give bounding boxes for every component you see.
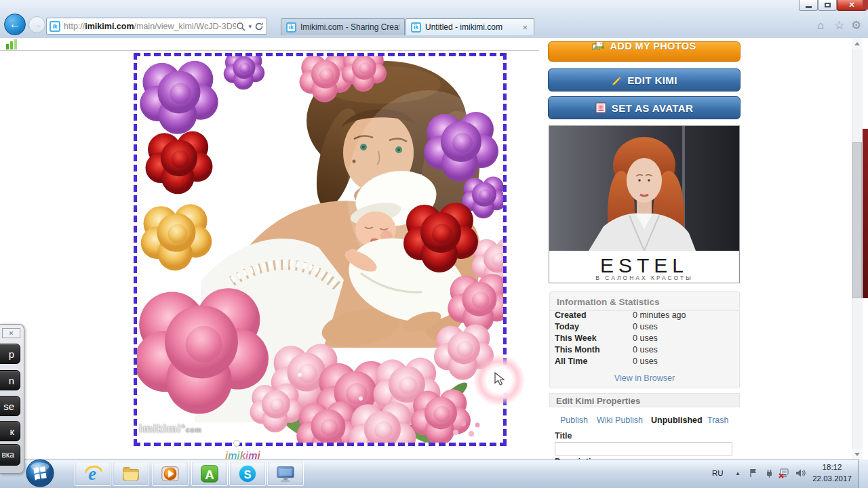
props-tab-publish[interactable]: Publish	[560, 415, 588, 425]
props-tab-unpublished[interactable]: Unpublished	[651, 415, 703, 425]
ad-tagline: В САЛОНАХ КРАСОТЫ	[595, 274, 693, 281]
site-favicon: ik	[50, 21, 60, 32]
back-button[interactable]: ←	[4, 14, 26, 35]
stats-title: Information & Statistics	[550, 292, 739, 311]
speaker-icon[interactable]	[795, 468, 806, 479]
imikimi-watermark: imikimi®com	[139, 423, 202, 435]
url-prefix: http://	[64, 22, 85, 31]
settings-gear-icon[interactable]: ⚙	[851, 20, 861, 31]
show-desktop-button[interactable]	[859, 460, 868, 488]
props-tab-trash[interactable]: Trash	[707, 415, 729, 425]
panel-close-icon: ✕	[9, 330, 14, 337]
taskbar-media-player[interactable]	[152, 461, 189, 486]
taskbar-internet-explorer[interactable]: e	[75, 461, 111, 486]
monitor-icon	[275, 464, 296, 484]
panel-button-2[interactable]: n	[0, 370, 20, 390]
scroll-up-icon	[854, 42, 860, 45]
panel-button-4[interactable]: к	[0, 421, 20, 441]
panel-close-box[interactable]: ✕	[2, 328, 20, 338]
taskbar-windows-explorer[interactable]	[113, 461, 149, 486]
partial-logo: imikimi	[225, 449, 260, 460]
panel-button-label: se	[3, 401, 14, 412]
tab-favicon: ik	[411, 22, 421, 33]
stat-value: 0 uses	[633, 322, 658, 331]
skype-icon: S	[237, 464, 258, 484]
stat-label: This Week	[555, 333, 633, 343]
add-photos-icon	[592, 41, 604, 52]
add-my-photos-button[interactable]: ADD MY PHOTOS	[548, 41, 741, 62]
taskbar-remote-desktop[interactable]	[267, 461, 304, 486]
set-as-avatar-button[interactable]: SET AS AVATAR	[548, 96, 741, 119]
home-icon[interactable]: ⌂	[817, 20, 824, 31]
stat-row: Today0 uses	[555, 322, 731, 331]
add-my-photos-label: ADD MY PHOTOS	[610, 41, 696, 52]
stats-bars-icon	[5, 39, 19, 50]
start-button[interactable]	[24, 458, 56, 488]
tab-imikimi-home[interactable]: ik Imikimi.com - Sharing Creativity	[281, 18, 405, 35]
language-indicator[interactable]: RU	[712, 469, 724, 477]
registered-bubble-icon	[233, 440, 240, 447]
panel-button-1[interactable]: p	[0, 344, 20, 364]
mouse-cursor	[494, 372, 507, 387]
tab-untitled[interactable]: ik Untitled - imikimi.com ×	[406, 18, 534, 35]
set-as-avatar-label: SET AS AVATAR	[612, 102, 693, 114]
taskbar-green-a-app[interactable]: A	[191, 461, 228, 486]
title-field-label: Title	[555, 431, 572, 441]
view-in-browser-link[interactable]: View in Browser	[549, 373, 740, 383]
panel-button-5[interactable]: вка	[0, 444, 20, 466]
chevron-down-icon[interactable]: ▾	[248, 23, 252, 30]
stat-value: 0 uses	[633, 333, 658, 343]
forward-button[interactable]: →	[28, 16, 45, 33]
stat-label: Today	[555, 322, 633, 331]
props-tab-wiki-publish[interactable]: Wiki Publish	[597, 415, 643, 425]
estel-ad[interactable]: ESTEL В САЛОНАХ КРАСОТЫ	[549, 125, 740, 283]
taskbar-clock[interactable]: 18:12 22.03.2017	[811, 462, 853, 485]
maximize-button[interactable]	[818, 0, 837, 11]
title-input[interactable]	[555, 442, 732, 455]
panel-button-label: p	[9, 348, 14, 360]
background-window-strip	[863, 129, 868, 298]
kimi-collage-image	[137, 56, 503, 443]
taskbar-skype[interactable]: S	[229, 461, 266, 486]
folder-icon	[121, 464, 141, 484]
address-bar[interactable]: ik http://imikimi.com/main/view_kimi/WcJ…	[46, 18, 267, 35]
tab-label: Imikimi.com - Sharing Creativity	[300, 22, 399, 32]
back-arrow-icon: ←	[9, 18, 21, 31]
panel-button-label: n	[9, 375, 14, 386]
kimi-canvas[interactable]	[134, 53, 507, 446]
stat-row: This Month0 uses	[555, 345, 731, 354]
scroll-down-icon	[854, 453, 860, 456]
scroll-down-button[interactable]	[852, 449, 863, 460]
internet-explorer-icon: e	[83, 464, 103, 484]
tab-close-icon[interactable]: ×	[521, 23, 529, 32]
action-center-flag-icon[interactable]	[748, 468, 759, 479]
power-plug-icon[interactable]	[764, 468, 774, 479]
minimize-button[interactable]	[799, 0, 818, 11]
panel-button-3[interactable]: se	[0, 396, 20, 416]
scrollbar-thumb[interactable]	[852, 142, 862, 298]
close-icon: ✕	[848, 1, 854, 9]
favorites-star-icon[interactable]: ☆	[834, 20, 844, 31]
search-icon[interactable]	[236, 22, 245, 31]
watermark-com: com	[186, 426, 202, 434]
avatar-photo-icon	[595, 102, 606, 113]
screen: ✕ ← → ik http://imikimi.com/main/view_ki…	[0, 0, 868, 488]
svg-text:S: S	[243, 468, 251, 481]
tab-favicon: ik	[286, 22, 296, 33]
network-icon[interactable]	[778, 468, 789, 479]
page-divider	[0, 50, 539, 51]
media-player-icon	[160, 464, 180, 484]
panel-button-label: к	[9, 426, 14, 437]
tray-expand-icon[interactable]: ▲	[735, 470, 741, 476]
clock-date: 22.03.2017	[811, 473, 853, 485]
pencil-icon	[611, 75, 622, 85]
scroll-up-button[interactable]	[852, 38, 863, 49]
stat-label: All Time	[555, 357, 633, 366]
background-window-sliver	[863, 0, 868, 9]
edit-kimi-button[interactable]: EDIT KIMI	[548, 68, 741, 92]
watermark-text: imikimi	[139, 423, 181, 434]
url-host: imikimi.com	[85, 22, 134, 31]
ad-brand: ESTEL	[600, 254, 688, 277]
refresh-icon[interactable]	[254, 22, 264, 31]
green-a-icon: A	[199, 464, 220, 484]
